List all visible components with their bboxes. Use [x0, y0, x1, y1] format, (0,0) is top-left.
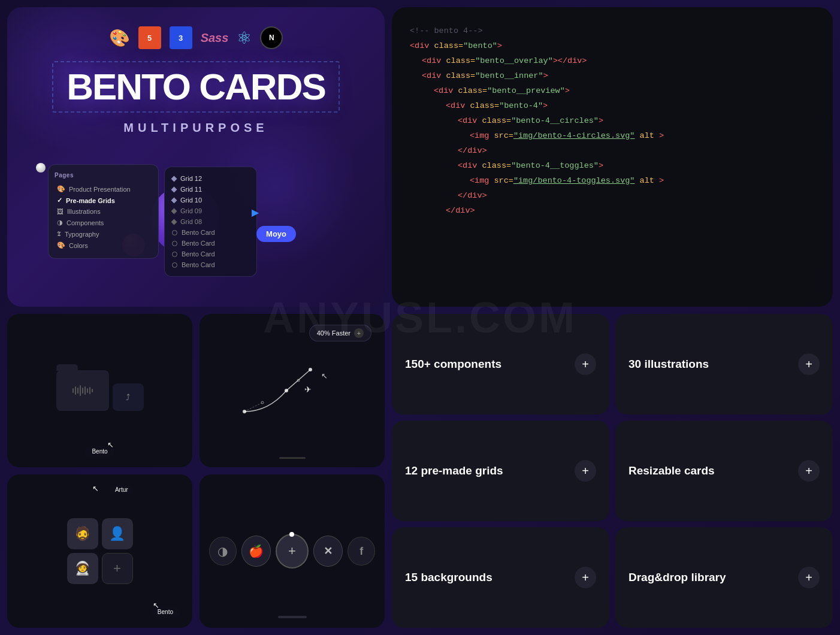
code-line-4: <div class="bento__preview"> [410, 84, 815, 99]
cursor-icon-3: ↖ [153, 601, 159, 610]
cursor-icon-2: ↖ [92, 484, 99, 493]
avatar-grid: 🧔 👤 🧑‍🚀 + [67, 518, 133, 584]
feature-plus-resizable[interactable]: + [798, 460, 820, 482]
brand-circle-x: ✕ [313, 536, 343, 567]
pages-title: Pages [55, 172, 152, 179]
hero-title: BENTO CARDS [52, 61, 340, 113]
pages-panel: Pages 🎨 Product Presentation ✓ Pre-made … [48, 164, 159, 259]
code-line-3: <div class="bento__inner"> [410, 69, 815, 84]
share-icon: ⤴ [126, 392, 130, 402]
grid-item-09[interactable]: Grid 09 [170, 205, 252, 216]
page-item-components[interactable]: ◑ Components [55, 217, 152, 228]
code-line-12: </div> [410, 204, 815, 219]
code-line-10: <img src="img/bento-4-toggles.svg" alt > [410, 174, 815, 189]
grid-submenu: Grid 12 Grid 11 Grid 10 Grid 09 Grid 08 [164, 167, 257, 277]
bento-item-1[interactable]: Bento Card [170, 227, 252, 238]
page-item-colors[interactable]: 🎨 Colors [55, 240, 152, 251]
code-line-comment: <!-- bento 4--> [410, 24, 815, 39]
code-line-11: </div> [410, 189, 815, 204]
feature-label-grids: 12 pre-made grids [405, 464, 503, 477]
code-line-5: <div class="bento-4"> [410, 99, 815, 114]
path-card: 40% Faster + ✈ [200, 314, 385, 467]
folder-card: ⤴ Bento ↖ [7, 314, 192, 467]
cursor-icon-1: ↖ [107, 440, 114, 449]
svg-point-2 [309, 368, 312, 371]
feature-badge-illustrations[interactable]: 30 illustrations + [615, 314, 833, 415]
page-item-presentation[interactable]: 🎨 Product Presentation [55, 183, 152, 195]
svg-text:↖: ↖ [321, 371, 328, 380]
white-sphere [36, 163, 46, 173]
brand-circle-f: f [348, 537, 375, 566]
feature-label-backgrounds: 15 backgrounds [405, 571, 492, 584]
code-line-7: <img src="img/bento-4-circles.svg" alt > [410, 129, 815, 144]
feature-badge-resizable[interactable]: Resizable cards + [615, 421, 833, 521]
avatar-cell-2: 👤 [102, 518, 133, 549]
code-line-9: <div class="bento-4__toggles"> [410, 159, 815, 174]
features-grid: 150+ components + 30 illustrations + 12 … [392, 314, 833, 628]
blue-cursor-icon: ▶ [252, 207, 259, 218]
react-icon: ⚛ [237, 28, 252, 48]
html5-icon: 5 [138, 26, 161, 49]
feature-plus-components[interactable]: + [575, 353, 596, 375]
bento-item-2[interactable]: Bento Card [170, 238, 252, 249]
feature-plus-dragdrop[interactable]: + [798, 567, 820, 588]
svg-text:✈: ✈ [304, 385, 312, 394]
feature-label-components: 150+ components [405, 358, 501, 371]
hero-card: 🎨 5 3 Sass ⚛ N BENTO CARDS MULTIPURPOSE … [7, 7, 385, 307]
code-line-6: <div class="bento-4__circles"> [410, 114, 815, 129]
bento-item-4[interactable]: Bento Card [170, 259, 252, 270]
avatar-cell-3: 🧑‍🚀 [67, 553, 98, 584]
grid-item-10[interactable]: Grid 10 [170, 195, 252, 205]
speed-badge: 40% Faster + [309, 325, 371, 341]
avatar-card: Artur ↖ 🧔 👤 🧑‍🚀 + Bento ↖ [7, 474, 192, 628]
tech-icons-row: 🎨 5 3 Sass ⚛ N [109, 26, 283, 49]
bento-item-3[interactable]: Bento Card [170, 249, 252, 259]
sass-icon: Sass [201, 31, 229, 45]
code-line-1: <div class="bento"> [410, 39, 815, 54]
code-line-8: </div> [410, 144, 815, 159]
page-item-grids[interactable]: ✓ Pre-made Grids [55, 195, 152, 206]
brand-circle-apple-gray: ◑ [209, 537, 237, 566]
feature-badge-backgrounds[interactable]: 15 backgrounds + [392, 527, 609, 628]
avatar-plus-cell[interactable]: + [102, 553, 133, 584]
bezier-path-svg: ✈ ↖ [232, 358, 352, 424]
page-item-illustrations[interactable]: 🖼 Illustrations [55, 206, 152, 217]
feature-label-illustrations: 30 illustrations [629, 358, 709, 371]
code-card: <!-- bento 4--> <div class="bento"> <div… [392, 7, 833, 307]
feature-plus-illustrations[interactable]: + [798, 353, 820, 375]
artur-label: Artur [109, 485, 134, 494]
feature-plus-backgrounds[interactable]: + [575, 567, 596, 588]
minus-bar [278, 616, 307, 618]
code-line-2: <div class="bento__overlay"></div> [410, 54, 815, 69]
hero-subtitle: MULTIPURPOSE [123, 121, 268, 135]
feature-plus-grids[interactable]: + [575, 460, 596, 482]
feature-label-dragdrop: Drag&drop library [629, 571, 726, 584]
feature-badge-grids[interactable]: 12 pre-made grids + [392, 421, 609, 521]
svg-line-3 [244, 403, 262, 412]
feature-badge-dragdrop[interactable]: Drag&drop library + [615, 527, 833, 628]
nextjs-icon: N [260, 26, 283, 49]
feature-badge-components[interactable]: 150+ components + [392, 314, 609, 415]
feature-label-resizable: Resizable cards [629, 464, 715, 477]
small-file-card: ⤴ [113, 383, 144, 411]
brand-circle-center: + [276, 534, 309, 569]
grid-item-08[interactable]: Grid 08 [170, 216, 252, 227]
css3-icon: 3 [170, 26, 192, 49]
grid-item-12[interactable]: Grid 12 [170, 173, 252, 184]
grid-item-11[interactable]: Grid 11 [170, 184, 252, 195]
circles-card: ◑ 🍎 + ✕ f [200, 474, 385, 628]
page-item-typography[interactable]: 𝕿 Typography [55, 228, 152, 240]
avatar-cell-1: 🧔 [67, 518, 98, 549]
waveform-icon [72, 384, 93, 397]
figma-icon: 🎨 [109, 28, 130, 48]
folder-icon [56, 370, 109, 411]
brand-circle-apple: 🍎 [241, 536, 271, 567]
moyo-badge[interactable]: Moyo [256, 226, 296, 242]
